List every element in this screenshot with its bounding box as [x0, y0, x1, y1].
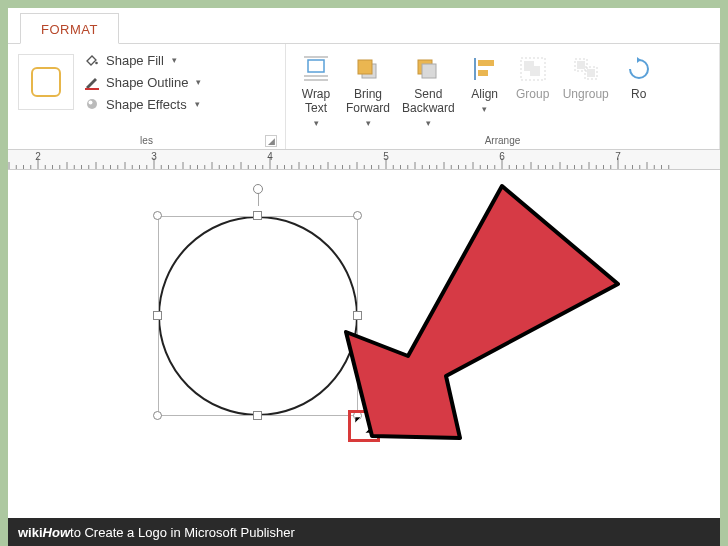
svg-rect-21 [587, 69, 595, 77]
ruler-area: 234567 [8, 150, 720, 170]
align-button[interactable]: Align ▾ [461, 48, 509, 114]
shape-fill-label: Shape Fill [106, 53, 164, 68]
pen-icon [84, 74, 100, 90]
handle-tc[interactable] [253, 211, 262, 220]
svg-text:3: 3 [151, 151, 157, 162]
align-icon [467, 52, 503, 86]
group-icon [515, 52, 551, 86]
instruction-arrow-icon [298, 170, 628, 450]
rotate-icon [621, 52, 657, 86]
rounded-rect-icon [31, 67, 61, 97]
chevron-down-icon: ▾ [426, 118, 431, 128]
dialog-launcher[interactable]: ◢ [265, 135, 277, 147]
ungroup-icon [568, 52, 604, 86]
svg-text:4: 4 [267, 151, 273, 162]
caption-brand: wiki [18, 525, 43, 540]
handle-bl[interactable] [153, 411, 162, 420]
horizontal-ruler[interactable]: 234567 [8, 150, 720, 170]
shape-fill-button[interactable]: Shape Fill ▾ [84, 52, 201, 68]
shape-styles-group-label: les [140, 135, 153, 146]
send-backward-label: Send Backward [402, 88, 455, 116]
shape-outline-label: Shape Outline [106, 75, 188, 90]
chevron-down-icon: ▾ [172, 55, 177, 65]
group-button[interactable]: Group [509, 48, 557, 102]
svg-rect-17 [530, 66, 540, 76]
shape-effects-label: Shape Effects [106, 97, 187, 112]
group-shape-styles: Shape Fill ▾ Shape Outline ▾ [8, 44, 286, 149]
bring-forward-icon [350, 52, 386, 86]
align-label: Align [471, 88, 498, 102]
svg-point-0 [95, 62, 98, 65]
app-frame: FORMAT Shape Fill ▾ [8, 8, 720, 518]
handle-bc[interactable] [253, 411, 262, 420]
shape-outline-button[interactable]: Shape Outline ▾ [84, 74, 201, 90]
handle-tl[interactable] [153, 211, 162, 220]
svg-rect-14 [478, 70, 488, 76]
rotate-label: Ro [631, 88, 646, 102]
svg-text:5: 5 [383, 151, 389, 162]
arrange-group-label: Arrange [485, 135, 521, 146]
svg-point-3 [89, 101, 93, 105]
chevron-down-icon: ▾ [196, 77, 201, 87]
send-backward-button[interactable]: Send Backward ▾ [396, 48, 461, 128]
svg-rect-11 [422, 64, 436, 78]
handle-ml[interactable] [153, 311, 162, 320]
ungroup-button[interactable]: Ungroup [557, 48, 615, 102]
svg-rect-1 [85, 88, 99, 90]
tab-format[interactable]: FORMAT [20, 13, 119, 44]
svg-rect-4 [308, 60, 324, 72]
caption-text: to Create a Logo in Microsoft Publisher [70, 525, 295, 540]
caption-bar: wiki How to Create a Logo in Microsoft P… [8, 518, 720, 546]
chevron-down-icon: ▾ [366, 118, 371, 128]
shape-style-preview[interactable] [18, 54, 74, 110]
tab-strip: FORMAT [8, 8, 720, 44]
bring-forward-label: Bring Forward [346, 88, 390, 116]
svg-text:7: 7 [615, 151, 621, 162]
group-label: Group [516, 88, 549, 102]
chevron-down-icon: ▾ [195, 99, 200, 109]
group-arrange: Wrap Text ▾ Bring Forward ▾ Send Backwar… [286, 44, 720, 149]
svg-text:6: 6 [499, 151, 505, 162]
svg-rect-9 [358, 60, 372, 74]
rotation-handle[interactable] [253, 184, 263, 194]
svg-rect-13 [478, 60, 494, 66]
wrap-text-label: Wrap Text [302, 88, 330, 116]
svg-point-2 [87, 99, 97, 109]
caption-how: How [43, 525, 70, 540]
ungroup-label: Ungroup [563, 88, 609, 102]
bucket-icon [84, 52, 100, 68]
send-backward-icon [410, 52, 446, 86]
effects-icon [84, 96, 100, 112]
bring-forward-button[interactable]: Bring Forward ▾ [340, 48, 396, 128]
svg-rect-20 [577, 61, 585, 69]
svg-text:2: 2 [35, 151, 41, 162]
document-canvas[interactable] [8, 170, 720, 518]
shape-effects-button[interactable]: Shape Effects ▾ [84, 96, 201, 112]
wrap-text-icon [298, 52, 334, 86]
rotate-button[interactable]: Ro [615, 48, 657, 102]
wrap-text-button[interactable]: Wrap Text ▾ [292, 48, 340, 128]
chevron-down-icon: ▾ [314, 118, 319, 128]
chevron-down-icon: ▾ [482, 104, 487, 114]
ribbon: Shape Fill ▾ Shape Outline ▾ [8, 44, 720, 150]
rotation-connector [258, 192, 259, 206]
